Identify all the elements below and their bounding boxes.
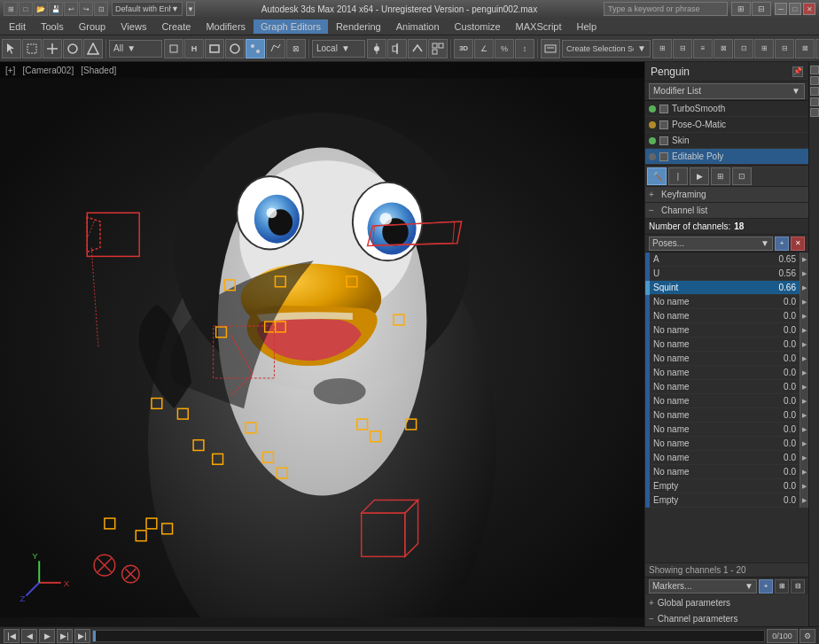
ref-coord-dropdown[interactable]: Local ▼ [312,40,365,58]
profile-dropdown[interactable]: Default with Enhance ▼ [112,2,183,16]
channel-arrow-15[interactable]: ▶ [800,465,808,479]
viewport-corner-label[interactable]: [+] [5,66,15,75]
channel-arrow-8[interactable]: ▶ [800,366,808,380]
menu-edit[interactable]: Edit [2,19,33,34]
tab-display[interactable]: | [668,167,688,185]
menu-animation[interactable]: Animation [389,19,447,34]
far-right-btn2[interactable] [810,76,819,85]
layer-btn6[interactable]: ⊞ [754,39,774,58]
channel-params-expand[interactable]: − [649,614,654,624]
selection-filter-dropdown[interactable]: All ▼ [109,40,162,58]
select-object-btn[interactable] [164,39,183,58]
layer-btn5[interactable]: ⊡ [734,39,753,58]
channel-arrow-12[interactable]: ▶ [800,423,808,437]
modifier-editable-poly[interactable]: Editable Poly [645,149,808,165]
extra-icon[interactable]: ⊡ [94,2,108,16]
channel-row-a[interactable]: A 0.65 ▶ [645,252,808,267]
fence-select-btn[interactable] [266,39,285,58]
markers-btn3[interactable]: ⊟ [791,579,805,594]
channel-row-7[interactable]: No name 0.0 ▶ [645,352,808,366]
viewport[interactable]: [+] [Camera002] [Shaded] [0,62,644,626]
window-icons-right[interactable]: ⊞ [731,2,751,16]
timeline-settings-btn[interactable]: ⚙ [800,629,815,643]
mod-checkbox[interactable] [659,105,668,113]
modifier-turbosooth[interactable]: TurboSmooth [645,101,808,117]
circ-select-btn[interactable] [225,39,245,58]
move-btn[interactable] [43,39,62,58]
undo-icon[interactable]: ↩ [64,2,78,16]
select-region-btn[interactable] [22,39,42,58]
poses-remove-btn[interactable]: ✕ [791,237,805,251]
channel-row-empty2[interactable]: Empty 0.0 ▶ [645,493,808,508]
timeline-end-btn[interactable]: ▶| [74,629,90,643]
window-cross-btn[interactable]: ⊠ [286,39,306,58]
markers-dropdown[interactable]: Markers... ▼ [649,579,757,594]
timeline-prev-btn[interactable]: ◀ [21,629,37,643]
channel-arrow-14[interactable]: ▶ [800,451,808,465]
channel-arrow-3[interactable]: ▶ [800,295,808,309]
close-button[interactable]: ✕ [803,3,815,15]
menu-graph-editors[interactable]: Graph Editors [254,19,328,34]
channel-arrow-16[interactable]: ▶ [800,479,808,493]
scale-btn[interactable] [83,39,103,58]
layer-btn8[interactable]: ⊠ [795,39,815,58]
channel-arrow-4[interactable]: ▶ [800,309,808,323]
pivot-btn[interactable] [367,39,386,58]
channel-row-8[interactable]: No name 0.0 ▶ [645,366,808,380]
global-params-expand[interactable]: + [649,598,654,608]
markers-add-btn[interactable]: + [759,579,773,594]
maximize-button[interactable]: □ [789,3,801,15]
spinner-snap-btn[interactable]: ↕ [515,39,534,58]
menu-rendering[interactable]: Rendering [329,19,388,34]
channel-row-13[interactable]: No name 0.0 ▶ [645,437,808,451]
named-selection-icon[interactable] [541,39,560,58]
rect-select-btn[interactable] [205,39,224,58]
rotate-btn[interactable] [63,39,82,58]
channel-row-empty1[interactable]: Empty 0.0 ▶ [645,479,808,493]
channel-row-14[interactable]: No name 0.0 ▶ [645,451,808,465]
tab-hierarchy[interactable]: ⊞ [711,167,730,185]
timeline-next-btn[interactable]: ▶| [57,629,73,643]
menu-tools[interactable]: Tools [34,19,71,34]
channel-row-4[interactable]: No name 0.0 ▶ [645,309,808,323]
select-by-name-btn[interactable]: H [184,39,204,58]
angle-snap-btn[interactable]: ∠ [474,39,494,58]
menu-modifiers[interactable]: Modifiers [199,19,253,34]
channel-row-5[interactable]: No name 0.0 ▶ [645,323,808,338]
modifier-list-dropdown[interactable]: Modifier List ▼ [649,83,805,99]
channel-row-10[interactable]: No name 0.0 ▶ [645,394,808,408]
far-right-btn1[interactable] [810,66,819,74]
menu-maxscript[interactable]: MAXScript [509,19,569,34]
timeline-track[interactable] [92,630,765,642]
keyframing-expand[interactable]: + [649,190,658,199]
channel-row-u[interactable]: U 0.56 ▶ [645,267,808,281]
channel-arrow-11[interactable]: ▶ [800,408,808,423]
menu-group[interactable]: Group [72,19,113,34]
layer-btn3[interactable]: ≡ [693,39,713,58]
minimize-button[interactable]: ─ [775,3,787,15]
channel-row-15[interactable]: No name 0.0 ▶ [645,465,808,479]
far-right-btn5[interactable] [810,108,819,117]
menu-create[interactable]: Create [154,19,198,34]
profile-dropdown-arrow[interactable]: ▼ [186,2,195,16]
paint-select-btn[interactable] [246,39,265,58]
channel-arrow-2[interactable]: ▶ [800,281,808,295]
channel-arrow-9[interactable]: ▶ [800,380,808,394]
tab-hammer[interactable]: 🔨 [647,167,667,185]
window-icon2[interactable]: ⊟ [752,2,771,16]
menu-views[interactable]: Views [113,19,153,34]
timeline-play-btn[interactable]: ▶ [39,629,55,643]
channel-arrow-17[interactable]: ▶ [800,493,808,508]
redo-icon[interactable]: ↪ [79,2,93,16]
mirror-btn[interactable] [408,39,427,58]
layer-btn2[interactable]: ⊟ [673,39,692,58]
far-right-btn4[interactable] [810,97,819,106]
channel-arrow-1[interactable]: ▶ [800,267,808,281]
channel-list-collapse[interactable]: − [649,206,658,215]
pin-icon[interactable]: 📌 [792,66,803,77]
channel-arrow-5[interactable]: ▶ [800,323,808,338]
menu-customize[interactable]: Customize [448,19,508,34]
channel-row-12[interactable]: No name 0.0 ▶ [645,423,808,437]
modifier-pose-o-matic[interactable]: Pose-O-Matic [645,117,808,133]
modifier-skin[interactable]: Skin [645,133,808,149]
